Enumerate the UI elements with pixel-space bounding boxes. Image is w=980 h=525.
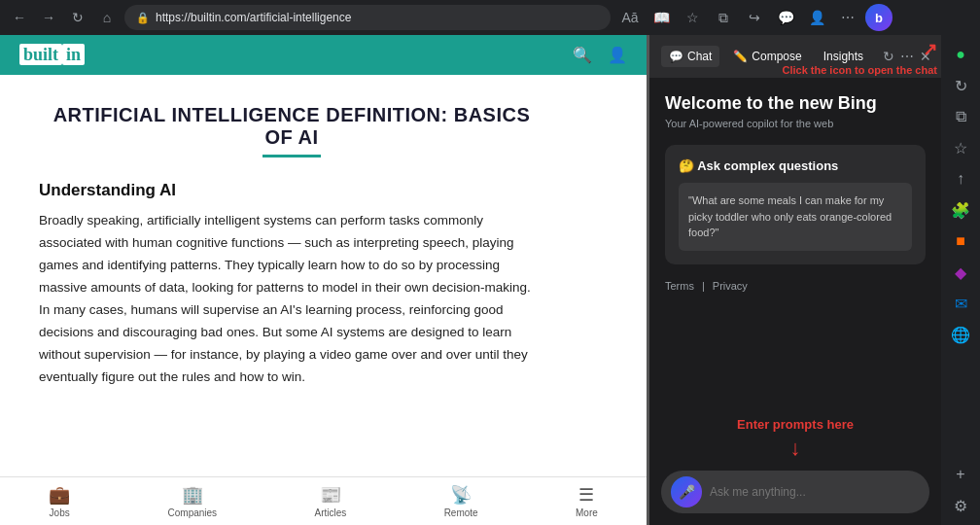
article-title: ARTIFICIAL INTELLIGENCE DEFINITION: BASI…	[39, 104, 544, 149]
companies-icon: 🏢	[182, 484, 203, 506]
bing-input-area: 🎤	[649, 463, 941, 525]
ext-green-dot[interactable]: 🌐	[947, 321, 974, 348]
bing-welcome: Welcome to the new Bing Your AI-powered …	[649, 78, 941, 145]
footer-nav-jobs[interactable]: 💼 Jobs	[49, 484, 70, 518]
privacy-link[interactable]: Privacy	[713, 280, 748, 292]
jobs-label: Jobs	[50, 508, 70, 518]
title-underline	[262, 155, 321, 158]
footer-nav-remote[interactable]: 📡 Remote	[444, 484, 478, 518]
remote-icon: 📡	[450, 484, 472, 506]
site-header: builtin 🔍 👤	[0, 35, 647, 75]
tab-insights[interactable]: Insights	[816, 46, 871, 67]
lock-icon: 🔒	[136, 12, 150, 24]
bing-copilot-button[interactable]: b	[865, 4, 892, 31]
bing-refresh-button[interactable]: ↻	[883, 45, 894, 68]
footer-nav-articles[interactable]: 📰 Articles	[314, 484, 346, 518]
compose-tab-label: Compose	[752, 50, 801, 63]
insights-tab-label: Insights	[823, 50, 863, 63]
ext-sync[interactable]: ↻	[947, 72, 974, 99]
footer-nav-more[interactable]: ☰ More	[576, 484, 598, 518]
enter-prompts-arrow: ↓	[649, 436, 941, 463]
bing-panel-header: 💬 Chat ✏️ Compose Insights ↻ ⋯ ✕	[649, 35, 941, 78]
bing-card-body: "What are some meals I can make for my p…	[679, 183, 912, 251]
chat-tab-icon: 💬	[669, 50, 683, 63]
more-icon: ☰	[578, 484, 594, 506]
footer-nav-companies[interactable]: 🏢 Companies	[168, 484, 218, 518]
bing-mic-button[interactable]: 🎤	[671, 476, 702, 508]
reading-view-button[interactable]: 📖	[648, 4, 675, 31]
url-text: https://builtin.com/artificial-intellige…	[156, 11, 351, 24]
section-title: Understanding AI	[39, 181, 544, 200]
ext-orange[interactable]: ■	[947, 228, 974, 255]
website-content: builtin 🔍 👤 ARTIFICIAL INTELLIGENCE DEFI…	[0, 35, 647, 525]
bookmark-button[interactable]: ☆	[679, 4, 706, 31]
extensions-menu[interactable]: ⋯	[834, 4, 861, 31]
site-footer-nav: 💼 Jobs 🏢 Companies 📰 Articles 📡 Remote ☰	[0, 476, 647, 525]
sidebar-settings-icon[interactable]: ⚙	[947, 492, 974, 519]
collections-button[interactable]: ⧉	[710, 4, 737, 31]
user-icon[interactable]: 👤	[608, 46, 627, 64]
profile-button[interactable]: 👤	[803, 4, 830, 31]
bing-spacer	[649, 307, 941, 414]
remote-label: Remote	[444, 508, 478, 518]
ext-tab-sync[interactable]: ⧉	[947, 103, 974, 130]
search-icon[interactable]: 🔍	[573, 46, 592, 64]
more-tools-button[interactable]: ↪	[741, 4, 768, 31]
companies-label: Companies	[168, 508, 218, 518]
tab-compose[interactable]: ✏️ Compose	[725, 46, 809, 67]
enter-prompts-text: Enter prompts here	[737, 417, 854, 432]
bing-suggestion-card[interactable]: 🤔 Ask complex questions "What are some m…	[665, 145, 926, 264]
bing-more-button[interactable]: ⋯	[900, 45, 914, 68]
article-body: Broadly speaking, artificially intellige…	[39, 210, 544, 389]
ext-puzzle[interactable]: 🧩	[947, 196, 974, 224]
refresh-button[interactable]: ↻	[66, 6, 89, 29]
home-button[interactable]: ⌂	[95, 6, 119, 29]
browser-chrome: ← → ↻ ⌂ 🔒 https://builtin.com/artificial…	[0, 0, 980, 35]
logo-text: built	[19, 44, 62, 65]
site-header-icons: 🔍 👤	[573, 46, 627, 64]
bing-close-button[interactable]: ✕	[920, 45, 931, 68]
bing-welcome-sub: Your AI-powered copilot for the web	[665, 118, 926, 129]
bing-chat-panel: 💬 Chat ✏️ Compose Insights ↻ ⋯ ✕ Welcome…	[649, 35, 941, 525]
ext-outlook[interactable]: ✉	[947, 290, 974, 317]
forward-button[interactable]: →	[37, 6, 60, 29]
articles-icon: 📰	[320, 484, 341, 506]
bing-welcome-title: Welcome to the new Bing	[665, 93, 926, 114]
bing-terms: Terms | Privacy	[649, 280, 941, 307]
right-sidebar: ● ↻ ⧉ ☆ ↑ 🧩 ■ ◆ ✉ 🌐 + ⚙	[941, 35, 980, 525]
chat-tab-label: Chat	[687, 50, 712, 63]
compose-tab-icon: ✏️	[733, 50, 748, 63]
terms-link[interactable]: Terms	[665, 280, 694, 292]
logo-highlight: in	[62, 44, 85, 65]
translate-button[interactable]: Aā	[616, 4, 644, 31]
site-logo: builtin	[19, 45, 85, 65]
ext-share[interactable]: ↑	[947, 165, 974, 192]
bing-card-title: 🤔 Ask complex questions	[679, 158, 912, 173]
bing-search-input[interactable]	[710, 485, 920, 499]
ext-star[interactable]: ☆	[947, 134, 974, 161]
more-label: More	[576, 508, 598, 518]
tab-chat[interactable]: 💬 Chat	[661, 46, 719, 67]
browser-actions: Aā 📖 ☆ ⧉ ↪ 💬 👤 ⋯ b	[616, 4, 892, 31]
address-bar[interactable]: 🔒 https://builtin.com/artificial-intelli…	[124, 5, 611, 30]
back-button[interactable]: ←	[8, 6, 31, 29]
ext-whatsapp[interactable]: ●	[947, 41, 974, 68]
add-extension-button[interactable]: +	[947, 461, 974, 488]
jobs-icon: 💼	[49, 484, 70, 506]
articles-label: Articles	[314, 508, 346, 518]
whatsapp-ext[interactable]: 💬	[772, 4, 799, 31]
enter-prompts-label: Enter prompts here	[649, 413, 941, 436]
bing-input-row: 🎤	[661, 471, 929, 513]
article-content: ARTIFICIAL INTELLIGENCE DEFINITION: BASI…	[0, 75, 583, 476]
ext-purple[interactable]: ◆	[947, 259, 974, 286]
terms-separator: |	[702, 280, 705, 292]
